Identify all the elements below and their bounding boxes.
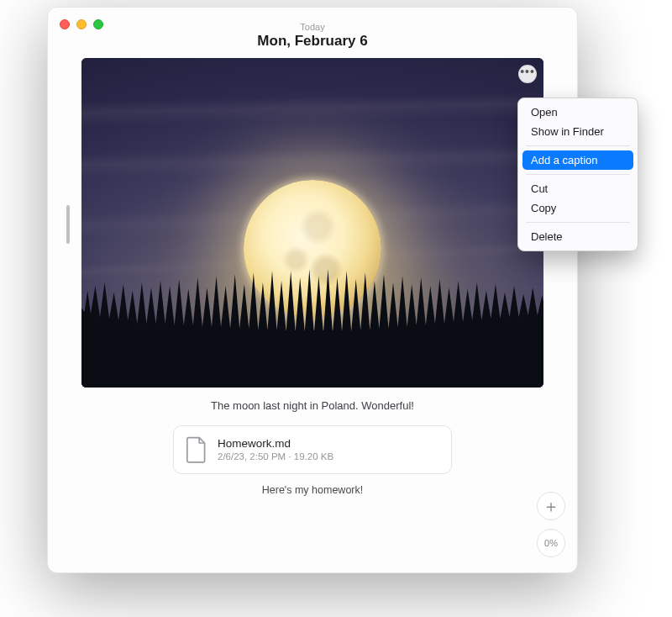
menu-separator (526, 174, 630, 175)
window-controls (60, 19, 103, 29)
file-attachment[interactable]: Homework.md 2/6/23, 2:50 PM · 19.20 KB (173, 425, 452, 474)
journal-photo[interactable]: ••• (81, 58, 543, 388)
photo-more-button[interactable]: ••• (518, 65, 537, 83)
menu-separator (526, 145, 630, 146)
minimize-window-button[interactable] (76, 19, 87, 29)
close-window-button[interactable] (60, 19, 70, 29)
header-title: Mon, February 6 (257, 33, 367, 50)
zoom-indicator-button[interactable]: 0% (537, 529, 565, 557)
photo-context-menu: Open Show in Finder Add a caption Cut Co… (517, 98, 638, 251)
app-window: Today Mon, February 6 (47, 7, 578, 573)
header-subtitle: Today (300, 22, 324, 32)
photo-treeline (81, 241, 543, 388)
attachment-filename: Homework.md (218, 436, 333, 451)
zoom-percent-label: 0% (544, 538, 558, 548)
content-area: ••• The moon last night in Poland. Wonde… (48, 58, 577, 572)
menu-item-delete[interactable]: Delete (522, 227, 633, 246)
plus-icon: ＋ (543, 495, 559, 518)
document-icon (186, 436, 207, 463)
resize-handle-left[interactable] (66, 205, 70, 244)
titlebar: Today Mon, February 6 (48, 8, 577, 58)
attachment-text: Homework.md 2/6/23, 2:50 PM · 19.20 KB (218, 436, 333, 463)
attachment-caption[interactable]: Here's my homework! (262, 484, 363, 496)
menu-item-cut[interactable]: Cut (522, 179, 633, 198)
add-entry-button[interactable]: ＋ (537, 492, 565, 520)
photo-caption[interactable]: The moon last night in Poland. Wonderful… (81, 399, 543, 412)
attachment-metadata: 2/6/23, 2:50 PM · 19.20 KB (218, 451, 333, 463)
menu-separator (526, 222, 630, 223)
ellipsis-icon: ••• (520, 66, 535, 77)
menu-item-open[interactable]: Open (522, 103, 633, 122)
menu-item-add-caption[interactable]: Add a caption (522, 150, 633, 170)
side-action-buttons: ＋ 0% (537, 492, 565, 557)
photo-block: ••• The moon last night in Poland. Wonde… (81, 58, 543, 412)
zoom-window-button[interactable] (93, 19, 103, 29)
menu-item-copy[interactable]: Copy (522, 198, 633, 218)
svg-rect-0 (81, 330, 543, 388)
menu-item-show-in-finder[interactable]: Show in Finder (522, 122, 633, 141)
